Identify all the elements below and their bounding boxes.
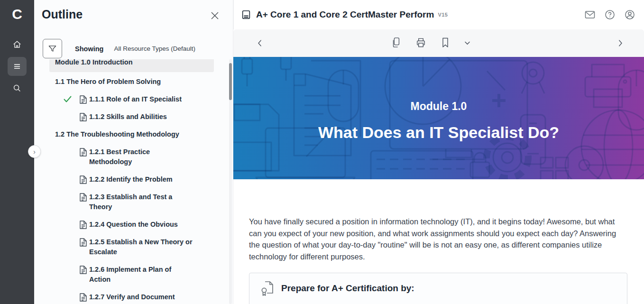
outline-item[interactable]: 1.2.2 Identify the Problem [49,175,214,184]
brand-logo[interactable]: C [0,0,34,28]
outline-item[interactable]: Module 1.0 Introduction [49,59,214,72]
document-icon [80,265,87,274]
outline-panel-title: Outline [42,8,83,21]
outline-item[interactable]: 1.1.1 Role of an IT Specialist [49,94,214,104]
document-icon [80,112,87,121]
document-icon [80,237,87,247]
document-icon [80,192,87,202]
document-icon [80,94,87,104]
outline-item-label: 1.1.2 Skills and Abilities [89,112,187,122]
previous-page-button[interactable] [255,38,265,48]
check-placeholder [64,292,80,294]
chevron-right-icon: › [33,147,36,156]
document-icon [80,220,87,229]
callout-heading: Prepare for A+ Certification by: [281,283,414,294]
outline-item[interactable]: 1.2 The Troubleshooting Methodology [49,129,214,139]
outline-item[interactable]: 1.2.7 Verify and Document [49,292,214,302]
bookmark-chevron-down-icon[interactable] [464,37,470,48]
outline-item-label: 1.2.6 Implement a Plan of Action [89,265,214,285]
document-icon [80,175,87,184]
check-placeholder [64,192,80,193]
outline-item[interactable]: 1.2.1 Best Practice Methodology [49,147,214,167]
filter-row: Showing All Resource Types (Default) [43,39,195,58]
check-placeholder [64,175,80,176]
outline-item[interactable]: 1.1.2 Skills and Abilities [49,112,214,122]
check-placeholder [64,220,80,221]
module-banner: Module 1.0 What Does an IT Specialist Do… [233,57,644,179]
outline-item-label: 1.2.4 Question the Obvious [89,220,198,230]
outline-scrollbar-thumb[interactable] [229,63,232,100]
account-icon[interactable] [624,9,635,20]
reader-toolbar [233,29,644,57]
outline-item[interactable]: 1.2.6 Implement a Plan of Action [49,265,214,285]
check-placeholder [64,265,80,266]
outline-item[interactable]: 1.2.3 Establish and Test a Theory [49,192,214,212]
bookmark-icon[interactable] [441,37,450,48]
mail-icon[interactable] [584,9,596,20]
copy-icon[interactable] [391,37,401,48]
rail-search-button[interactable] [8,79,27,98]
rail-outline-button[interactable] [8,57,27,76]
outline-panel: Outline Showing All Resource Types (Defa… [34,0,233,304]
course-title: A+ Core 1 and Core 2 CertMaster Perform [256,9,434,20]
check-placeholder [64,147,80,148]
outline-item[interactable]: 1.1 The Hero of Problem Solving [49,77,214,87]
outline-item-label: 1.1.1 Role of an IT Specialist [89,94,202,104]
certificate-icon [261,281,275,296]
document-icon [80,147,87,157]
filter-funnel-icon [48,44,57,53]
outline-item[interactable]: 1.2.4 Question the Obvious [49,220,214,230]
certification-callout: Prepare for A+ Certification by: Describ… [249,273,627,304]
panel-collapse-button[interactable]: › [28,145,41,158]
rail-home-button[interactable] [8,35,27,54]
banner-title: What Does an IT Specialist Do? [318,123,559,142]
brand-logo-letter: C [12,6,22,22]
filter-button[interactable] [43,39,62,58]
document-icon [80,292,87,302]
outline-item-label: 1.2.5 Establish a New Theory or Escalate [89,237,214,257]
outline-item[interactable]: 1.2.5 Establish a New Theory or Escalate [49,237,214,257]
outline-menu-icon [12,62,22,71]
course-header: A+ Core 1 and Core 2 CertMaster Perform … [233,0,644,29]
outline-item-label: 1.2.1 Best Practice Methodology [89,147,214,167]
check-placeholder [64,112,80,113]
book-icon [241,9,251,20]
outline-item-label: 1.2.3 Establish and Test a Theory [89,192,214,212]
check-placeholder [64,237,80,239]
close-outline-button[interactable] [210,11,221,21]
content-area: A+ Core 1 and Core 2 CertMaster Perform … [233,0,644,304]
banner-module-label: Module 1.0 [411,100,467,113]
search-icon [12,83,22,93]
help-icon[interactable] [604,9,616,20]
outline-item-label: 1.2.7 Verify and Document [89,292,195,302]
filter-value[interactable]: All Resource Types (Default) [114,45,195,52]
completed-check-icon [64,94,80,102]
lesson-paragraph: You have finally secured a position in i… [249,216,627,262]
next-page-button[interactable] [616,38,625,48]
close-icon [210,11,221,20]
course-version-badge: V15 [438,12,448,18]
outline-item-label: 1.2.2 Identify the Problem [89,175,193,184]
home-icon [12,39,22,50]
outline-list: Module 1.0 Introduction1.1 The Hero of P… [49,59,214,304]
filter-showing-label: Showing [75,45,103,53]
print-icon[interactable] [415,37,426,48]
